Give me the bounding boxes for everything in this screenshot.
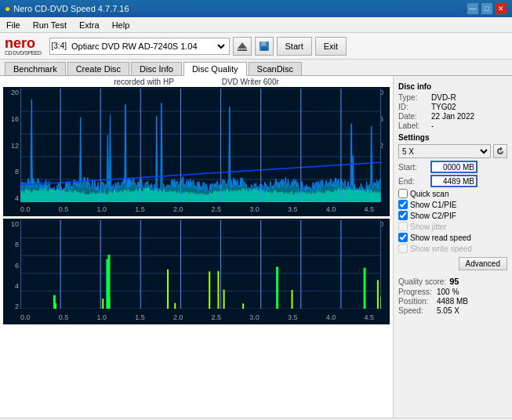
menu-help[interactable]: Help (109, 20, 133, 31)
disc-date-row: Date: 22 Jan 2022 (398, 112, 507, 121)
eject-icon (237, 41, 248, 52)
progress-label: Progress: (398, 288, 434, 296)
top-chart-y-left: 20 16 12 8 4 (3, 87, 20, 202)
chart-header-text: recorded with HP (114, 78, 174, 86)
app-icon: ● (5, 3, 10, 14)
c2-pif-row: Show C2/PIF (398, 211, 507, 220)
advanced-button[interactable]: Advanced (459, 257, 507, 270)
disc-label-row: Label: - (398, 121, 507, 130)
disc-type-value: DVD-R (431, 93, 456, 102)
disc-type-row: Type: DVD-R (398, 93, 507, 102)
disc-id-row: ID: TYG02 (398, 103, 507, 111)
logo-cd-dvd-speed: CD·DVD/SPEED (5, 50, 42, 56)
right-panel: Disc info Type: DVD-R ID: TYG02 Date: 22… (393, 76, 512, 418)
main-content: recorded with HP DVD Writer 600r 20 16 1… (0, 76, 512, 418)
quick-scan-row: Quick scan (398, 189, 507, 198)
disc-info-title: Disc info (398, 82, 507, 91)
drive-label: [3:4] (52, 42, 67, 50)
end-input[interactable] (430, 175, 478, 187)
position-label: Position: (398, 297, 434, 306)
tab-disc-quality[interactable]: Disc Quality (183, 62, 247, 76)
settings-title: Settings (398, 133, 507, 142)
show-read-speed-row: Show read speed (398, 233, 507, 242)
c1-pie-label: Show C1/PIE (410, 201, 456, 209)
show-jitter-label: Show jitter (410, 223, 447, 231)
speed-selector[interactable]: 5 X Maximum 4 X 2 X (398, 144, 491, 158)
bottom-chart: 10 8 6 4 2 10 8 6 4 2 0.0 0.5 1.0 1.5 (3, 219, 390, 324)
chart-header: recorded with HP DVD Writer 600r (3, 78, 390, 86)
start-input[interactable] (430, 161, 478, 173)
logo: nero CD·DVD/SPEED (5, 36, 42, 56)
disc-label-value: - (431, 121, 434, 130)
progress-value: 100 % (437, 288, 459, 296)
menu-run-test[interactable]: Run Test (30, 20, 70, 31)
disc-id-value: TYG02 (431, 103, 456, 111)
end-row: End: (398, 175, 507, 187)
chart-area: recorded with HP DVD Writer 600r 20 16 1… (0, 76, 393, 418)
svg-rect-4 (261, 47, 267, 50)
tab-disc-info[interactable]: Disc Info (131, 62, 182, 75)
title-bar: ● Nero CD-DVD Speed 4.7.7.16 — □ ✕ (0, 0, 512, 17)
c1-pie-row: Show C1/PIE (398, 200, 507, 209)
refresh-icon (496, 147, 505, 156)
drive-selector[interactable]: [3:4] Optiarc DVD RW AD-7240S 1.04 (49, 38, 230, 55)
speed-label-qual: Speed: (398, 306, 434, 315)
svg-rect-3 (261, 42, 266, 45)
menu-file[interactable]: File (3, 20, 24, 31)
c2-pif-label: Show C2/PIF (410, 212, 456, 220)
progress-row: Progress: 100 % (398, 288, 507, 296)
eject-button[interactable] (233, 37, 252, 56)
speed-row: 5 X Maximum 4 X 2 X (398, 144, 507, 158)
position-row: Position: 4488 MB (398, 297, 507, 306)
c1-pie-checkbox[interactable] (398, 200, 408, 209)
svg-rect-1 (238, 49, 247, 51)
toolbar: nero CD·DVD/SPEED [3:4] Optiarc DVD RW A… (0, 33, 512, 60)
menu-bar: File Run Test Extra Help (0, 17, 512, 33)
position-value: 4488 MB (437, 297, 468, 306)
minimize-button[interactable]: — (467, 2, 479, 15)
bottom-chart-x-labels: 0.0 0.5 1.0 1.5 2.0 2.5 3.0 3.5 4.0 4.5 (20, 310, 374, 324)
c2-pif-checkbox[interactable] (398, 211, 408, 220)
tabs-bar: Benchmark Create Disc Disc Info Disc Qua… (0, 60, 512, 76)
bottom-chart-y-left: 10 8 6 4 2 (3, 219, 20, 310)
quick-scan-label: Quick scan (410, 190, 448, 198)
top-chart-x-labels: 0.0 0.5 1.0 1.5 2.0 2.5 3.0 3.5 4.0 4.5 (20, 202, 374, 216)
show-read-speed-checkbox[interactable] (398, 233, 408, 242)
disc-date-value: 22 Jan 2022 (431, 112, 474, 121)
quality-score-row: Quality score: 95 (398, 277, 507, 286)
drive-dropdown[interactable]: Optiarc DVD RW AD-7240S 1.04 (68, 41, 227, 52)
tab-scan-disc[interactable]: ScanDisc (249, 62, 302, 75)
show-write-speed-row: Show write speed (398, 244, 507, 253)
start-label: Start: (398, 163, 428, 172)
chart-header-device: DVD Writer 600r (222, 78, 279, 86)
top-chart-plot (20, 89, 374, 202)
disc-type-label: Type: (398, 93, 428, 102)
save-button[interactable] (255, 37, 274, 56)
show-jitter-row: Show jitter (398, 222, 507, 231)
quality-score-label: Quality score: (398, 277, 446, 286)
close-button[interactable]: ✕ (495, 2, 507, 15)
show-jitter-checkbox[interactable] (398, 222, 408, 231)
bottom-chart-plot (20, 220, 374, 310)
svg-marker-0 (238, 42, 247, 49)
menu-extra[interactable]: Extra (76, 20, 103, 31)
quality-score-value: 95 (449, 277, 459, 286)
save-icon (259, 41, 270, 52)
top-chart: 20 16 12 8 4 20 16 12 8 4 0.0 0.5 1.0 1.… (3, 87, 390, 216)
disc-label-label: Label: (398, 121, 428, 130)
start-button[interactable]: Start (277, 37, 312, 56)
disc-id-label: ID: (398, 103, 428, 111)
tab-benchmark[interactable]: Benchmark (5, 62, 66, 75)
quick-scan-checkbox[interactable] (398, 189, 408, 198)
maximize-button[interactable]: □ (481, 2, 493, 15)
tab-create-disc[interactable]: Create Disc (67, 62, 129, 75)
start-row: Start: (398, 161, 507, 173)
show-write-speed-checkbox[interactable] (398, 244, 408, 253)
refresh-button[interactable] (493, 144, 507, 158)
exit-button[interactable]: Exit (315, 37, 347, 56)
logo-nero: nero (5, 36, 42, 50)
speed-row-qual: Speed: 5.05 X (398, 306, 507, 315)
show-write-speed-label: Show write speed (410, 244, 472, 253)
speed-value-qual: 5.05 X (437, 306, 459, 315)
title-bar-text: Nero CD-DVD Speed 4.7.7.16 (13, 4, 129, 13)
